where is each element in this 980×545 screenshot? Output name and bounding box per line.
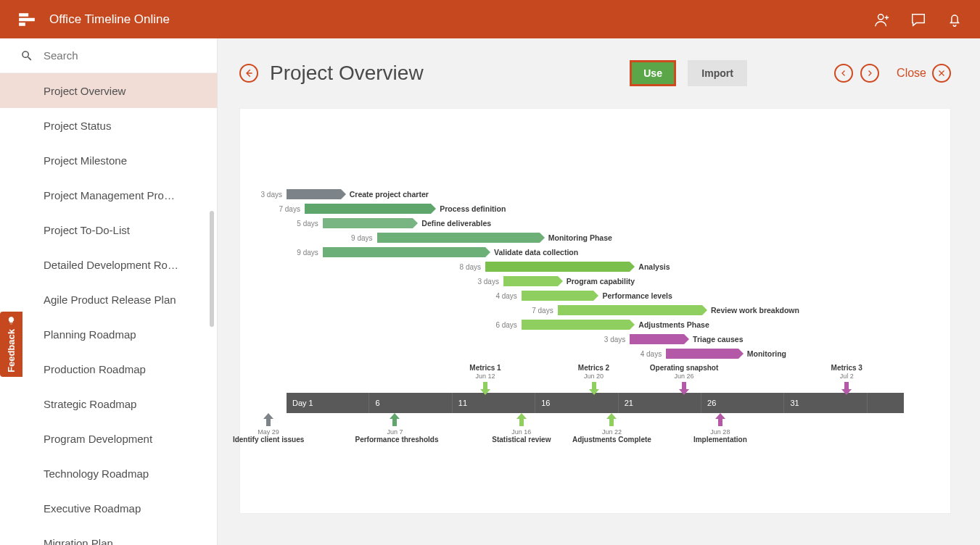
milestone-top: Metrics 1Jun 12 [449, 364, 522, 395]
sidebar-item-5[interactable]: Detailed Development Ro… [0, 247, 217, 282]
task-row: 7 daysReview work breakdown [558, 304, 799, 316]
task-name: Program capability [567, 277, 635, 286]
svg-rect-15 [609, 419, 614, 426]
svg-marker-16 [606, 413, 617, 419]
sidebar-item-1[interactable]: Project Status [0, 108, 217, 143]
axis-tick: 26 [701, 393, 784, 413]
milestone-top: Metrics 3Jul 2 [810, 364, 883, 395]
milestone-bottom: Jun 28Implementation [680, 413, 760, 444]
search-icon [20, 49, 33, 62]
task-row: 3 daysProgram capability [503, 275, 635, 287]
milestone-bottom: May 29Identify client issues [228, 413, 308, 444]
close-icon [937, 69, 946, 78]
time-axis: Day 161116212631 [287, 393, 904, 413]
task-bar [630, 334, 684, 344]
milestone-bottom: Jun 22Adjustments Complete [572, 413, 651, 444]
task-name: Process definition [440, 204, 506, 213]
svg-rect-17 [718, 419, 722, 426]
axis-tick: 11 [453, 393, 535, 413]
axis-tick: Day 1 [287, 393, 369, 413]
milestone-bottom: Jun 16Statistical review [482, 413, 561, 444]
close-label: Close [897, 67, 926, 80]
task-row: 3 daysTriage causes [630, 333, 743, 345]
axis-tick: 31 [784, 393, 867, 413]
task-row: 9 daysMonitoring Phase [377, 232, 612, 244]
close-button[interactable] [932, 64, 951, 83]
task-name: Monitoring [747, 349, 786, 358]
svg-marker-12 [390, 413, 400, 419]
bell-icon[interactable] [947, 12, 963, 28]
task-row: 4 daysMonitoring [666, 348, 786, 359]
sidebar-item-12[interactable]: Executive Roadmap [0, 491, 217, 525]
svg-marker-2 [480, 389, 490, 395]
prev-button[interactable] [834, 64, 853, 83]
search-input[interactable] [44, 49, 197, 62]
sidebar-item-2[interactable]: Project Milestone [0, 143, 217, 178]
chat-icon[interactable] [910, 12, 926, 28]
template-preview: Day 161116212631 3 daysCreate project ch… [239, 108, 951, 514]
add-user-icon[interactable] [874, 12, 890, 28]
axis-tick [868, 393, 904, 413]
gantt-chart: Day 161116212631 3 daysCreate project ch… [240, 109, 950, 513]
task-duration: 7 days [279, 205, 300, 213]
task-duration: 4 days [495, 292, 516, 300]
svg-rect-3 [592, 382, 596, 389]
search-row[interactable] [0, 38, 217, 73]
chevron-left-icon [839, 69, 848, 78]
svg-point-0 [878, 14, 884, 19]
app-logo-icon [17, 10, 36, 29]
task-duration: 7 days [532, 307, 553, 315]
task-name: Define deliverables [421, 219, 491, 228]
task-row: 3 daysCreate project charter [287, 188, 429, 200]
task-bar [666, 349, 738, 359]
task-bar [522, 320, 630, 330]
axis-tick: 6 [369, 393, 452, 413]
chevron-right-icon [865, 69, 874, 78]
task-row: 4 daysPerformance levels [522, 290, 672, 301]
app-header: Office Timeline Online [0, 0, 980, 38]
axis-tick: 21 [619, 393, 701, 413]
sidebar-item-8[interactable]: Production Roadmap [0, 351, 217, 386]
task-name: Create project charter [350, 190, 429, 199]
import-button[interactable]: Import [688, 60, 747, 86]
use-button[interactable]: Use [630, 60, 676, 86]
svg-rect-11 [392, 419, 397, 426]
task-row: 5 daysDefine deliverables [323, 217, 491, 229]
back-button[interactable] [239, 64, 258, 83]
task-duration: 3 days [477, 278, 498, 286]
page-title: Project Overview [270, 62, 424, 85]
svg-rect-1 [483, 382, 487, 389]
toolbar: Project Overview Use Import Close [239, 60, 951, 86]
task-bar [558, 305, 702, 315]
task-row: 9 daysValidate data collection [323, 246, 578, 258]
sidebar-item-9[interactable]: Strategic Roadmap [0, 386, 217, 421]
sidebar-item-13[interactable]: Migration Plan [0, 525, 217, 545]
sidebar-item-10[interactable]: Program Development [0, 421, 217, 456]
next-button[interactable] [860, 64, 879, 83]
sidebar-item-7[interactable]: Planning Roadmap [0, 317, 217, 351]
feedback-tab[interactable]: Feedback [0, 312, 22, 377]
sidebar-item-4[interactable]: Project To-Do-List [0, 212, 217, 247]
sidebar-item-0[interactable]: Project Overview [0, 73, 217, 108]
svg-rect-13 [519, 419, 524, 426]
task-bar [522, 291, 594, 301]
task-duration: 6 days [495, 321, 516, 329]
svg-marker-18 [715, 413, 725, 419]
task-duration: 5 days [297, 220, 318, 228]
task-bar [323, 218, 413, 228]
sidebar-item-11[interactable]: Technology Roadmap [0, 456, 217, 491]
task-duration: 3 days [604, 336, 625, 344]
milestone-top: Metrics 2Jun 20 [558, 364, 630, 395]
sidebar-item-3[interactable]: Project Management Pro… [0, 178, 217, 212]
task-name: Adjustments Phase [638, 320, 709, 329]
svg-marker-6 [679, 389, 689, 395]
task-duration: 9 days [351, 234, 372, 242]
task-duration: 9 days [297, 249, 318, 257]
sidebar-item-6[interactable]: Agile Product Release Plan [0, 282, 217, 317]
scrollbar-thumb[interactable] [210, 211, 214, 327]
task-row: 6 daysAdjustments Phase [522, 319, 709, 330]
task-duration: 3 days [261, 191, 282, 199]
task-duration: 4 days [641, 350, 662, 358]
task-name: Performance levels [602, 291, 672, 300]
task-bar [287, 189, 341, 199]
